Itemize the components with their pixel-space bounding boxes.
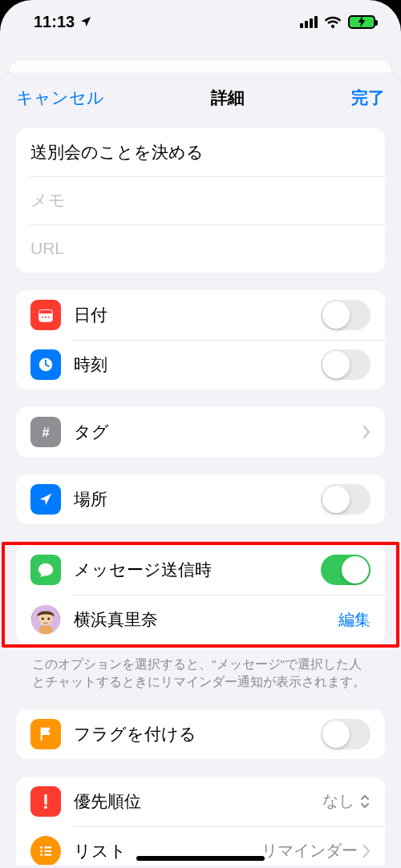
messaging-toggle[interactable] [321,555,371,585]
svg-rect-19 [44,854,51,855]
list-icon [30,836,61,865]
edit-contact-button[interactable]: 編集 [338,609,371,631]
flag-icon [30,719,61,749]
wifi-icon [324,15,342,28]
memo-field[interactable]: メモ [30,189,66,212]
svg-rect-1 [39,310,53,314]
memo-row[interactable]: メモ [16,176,385,224]
date-row[interactable]: 日付 [16,290,385,340]
updown-chevron-icon [359,793,371,809]
content-scroll[interactable]: 送別会のことを決める メモ URL 日付 [0,120,401,865]
device-frame: 11:13 キャンセル 詳細 完了 送別会のことを決める メモ [0,0,401,868]
svg-point-13 [44,805,47,809]
svg-point-11 [47,618,50,620]
svg-point-4 [45,317,47,318]
svg-point-3 [42,317,43,318]
priority-row[interactable]: 優先順位 なし [16,777,385,826]
calendar-icon [30,300,61,330]
flag-toggle[interactable] [321,719,371,749]
datetime-group: 日付 時刻 [16,290,385,390]
cancel-button[interactable]: キャンセル [16,87,104,109]
tag-row[interactable]: # タグ [16,407,385,457]
location-row[interactable]: 場所 [16,474,385,524]
flag-label: フラグを付ける [74,723,321,745]
text-fields-group: 送別会のことを決める メモ URL [16,128,385,273]
svg-rect-17 [44,850,51,852]
svg-point-5 [48,317,50,318]
location-toggle[interactable] [321,484,371,515]
contact-avatar [30,604,61,635]
status-bar: 11:13 [0,0,401,43]
chevron-right-icon [363,845,371,858]
priority-value: なし [322,790,354,812]
priority-label: 優先順位 [74,790,322,813]
messaging-footer-note: このオプションを選択すると、"メッセージ"で選択した人とチャットするときにリマイ… [16,648,385,692]
highlight-annotation: メッセージ送信時 横浜真里奈 編集 [2,542,399,648]
svg-rect-12 [38,626,52,634]
flag-row[interactable]: フラグを付ける [16,709,385,759]
location-label: 場所 [74,488,321,511]
location-services-icon [79,15,92,28]
nav-bar: キャンセル 詳細 完了 [0,74,401,120]
flag-group: フラグを付ける [16,709,385,759]
tag-group: # タグ [16,407,385,457]
svg-point-14 [40,846,43,849]
detail-sheet: キャンセル 詳細 完了 送別会のことを決める メモ URL [0,74,401,868]
location-arrow-icon [30,484,61,515]
done-button[interactable]: 完了 [351,87,385,109]
status-time: 11:13 [34,13,75,31]
nav-title: 詳細 [211,87,245,109]
misc-group: 優先順位 なし リスト リマインダー [16,777,385,865]
tag-label: タグ [74,421,363,443]
list-value: リマインダー [261,840,358,862]
url-row[interactable]: URL [16,224,385,273]
time-toggle[interactable] [321,349,371,380]
battery-icon [348,15,375,29]
cellular-icon [300,16,318,28]
svg-rect-15 [44,846,51,848]
date-toggle[interactable] [321,300,371,330]
messaging-group: メッセージ送信時 横浜真里奈 編集 [16,545,385,644]
svg-text:#: # [42,425,49,439]
svg-point-16 [40,850,43,852]
message-icon [30,555,61,585]
svg-point-10 [42,618,44,620]
reminder-title-field[interactable]: 送別会のことを決める [30,141,204,164]
svg-point-18 [40,854,43,856]
date-label: 日付 [74,304,321,326]
title-row[interactable]: 送別会のことを決める [16,128,385,176]
time-label: 時刻 [74,353,321,376]
home-indicator[interactable] [136,856,265,861]
chevron-right-icon [363,426,371,438]
location-group: 場所 [16,474,385,524]
hashtag-icon: # [30,417,61,447]
contact-name-label: 横浜真里奈 [74,608,338,631]
time-row[interactable]: 時刻 [16,340,385,390]
clock-icon [30,349,61,380]
priority-icon [30,786,61,817]
url-field[interactable]: URL [30,239,64,258]
contact-row[interactable]: 横浜真里奈 編集 [16,595,385,644]
messaging-row[interactable]: メッセージ送信時 [16,545,385,595]
messaging-label: メッセージ送信時 [74,559,321,581]
